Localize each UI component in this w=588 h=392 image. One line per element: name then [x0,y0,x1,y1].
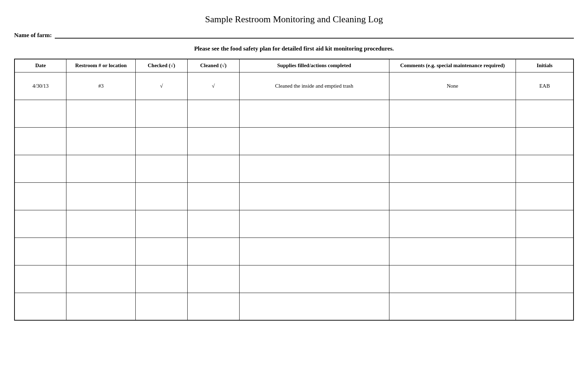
cell-date [14,210,66,238]
instructions-text: Please see the food safety plan for deta… [14,45,574,52]
cell-supplies [239,238,389,265]
table-row [14,127,574,155]
cell-checked [135,100,187,127]
cell-initials [516,155,574,182]
cell-supplies [239,210,389,238]
table-row [14,155,574,182]
header-restroom: Restroom # or location [66,59,136,72]
table-row [14,182,574,210]
cell-checked [135,155,187,182]
table-header-row: Date Restroom # or location Checked (√) … [14,59,574,72]
cell-checked: √ [135,72,187,100]
cell-restroom: #3 [66,72,136,100]
cell-initials [516,238,574,265]
cell-cleaned [187,155,239,182]
cell-checked [135,293,187,320]
cell-date [14,100,66,127]
header-comments: Comments (e.g. special maintenance requi… [389,59,516,72]
cell-restroom [66,210,136,238]
header-cleaned: Cleaned (√) [187,59,239,72]
cell-checked [135,210,187,238]
cell-date [14,155,66,182]
cell-checked [135,127,187,155]
table-row [14,210,574,238]
header-supplies: Supplies filled/actions completed [239,59,389,72]
cell-supplies [239,100,389,127]
cell-restroom [66,155,136,182]
cell-restroom [66,265,136,293]
cell-date [14,293,66,320]
cell-supplies: Cleaned the inside and emptied trash [239,72,389,100]
farm-name-label: Name of farm: [14,32,52,39]
cell-initials [516,100,574,127]
cell-restroom [66,100,136,127]
page-title: Sample Restroom Monitoring and Cleaning … [14,14,574,25]
cell-initials: EAB [516,72,574,100]
table-row: 4/30/13#3√√Cleaned the inside and emptie… [14,72,574,100]
cell-comments [389,265,516,293]
cell-date: 4/30/13 [14,72,66,100]
cell-cleaned [187,100,239,127]
cell-checked [135,265,187,293]
table-row [14,238,574,265]
farm-name-line [55,32,574,39]
cell-supplies [239,155,389,182]
cell-initials [516,182,574,210]
cell-comments [389,238,516,265]
header-date: Date [14,59,66,72]
cell-cleaned [187,238,239,265]
cell-supplies [239,293,389,320]
cell-checked [135,182,187,210]
cell-cleaned [187,127,239,155]
cell-restroom [66,293,136,320]
cell-comments [389,182,516,210]
header-initials: Initials [516,59,574,72]
cell-date [14,265,66,293]
cell-supplies [239,265,389,293]
cell-comments [389,127,516,155]
cell-date [14,238,66,265]
cell-date [14,127,66,155]
cell-cleaned [187,293,239,320]
log-table: Date Restroom # or location Checked (√) … [14,59,574,321]
cell-comments [389,100,516,127]
cell-initials [516,127,574,155]
cell-supplies [239,182,389,210]
cell-restroom [66,182,136,210]
cell-comments [389,210,516,238]
cell-cleaned [187,182,239,210]
cell-comments [389,293,516,320]
cell-restroom [66,127,136,155]
cell-checked [135,238,187,265]
cell-restroom [66,238,136,265]
cell-comments: None [389,72,516,100]
cell-supplies [239,127,389,155]
cell-initials [516,293,574,320]
cell-cleaned [187,210,239,238]
table-row [14,265,574,293]
cell-comments [389,155,516,182]
cell-initials [516,210,574,238]
cell-date [14,182,66,210]
cell-cleaned [187,265,239,293]
table-row [14,293,574,320]
header-checked: Checked (√) [135,59,187,72]
cell-initials [516,265,574,293]
cell-cleaned: √ [187,72,239,100]
table-row [14,100,574,127]
